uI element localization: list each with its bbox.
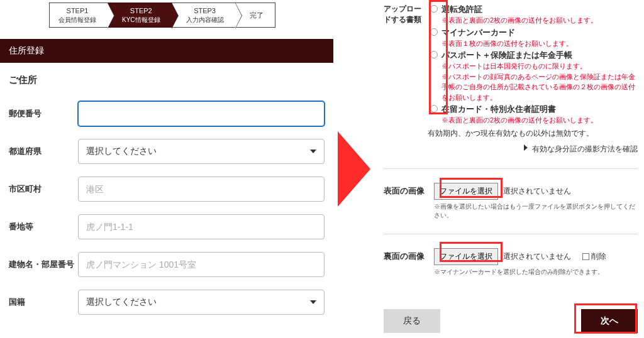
label-building: 建物名・部屋番号 bbox=[9, 259, 78, 270]
doc-left-label: アップロードする書類 bbox=[384, 4, 428, 168]
file-select-front-button[interactable]: ファイルを選択 bbox=[434, 183, 498, 200]
doc-note: ※パスポートの顔写真のあるページの画像と保険証または年金手帳のご自身の住所が記載… bbox=[441, 72, 638, 103]
row-pref: 都道府県 選択してください bbox=[0, 133, 333, 170]
label-pref: 都道府県 bbox=[9, 146, 78, 157]
doc-item-license[interactable]: 運転免許証 ※表面と裏面の2枚の画像の送付をお願いします。 bbox=[428, 4, 638, 26]
shoot-link-text: 有効な身分証の撮影方法を確認 bbox=[532, 144, 638, 153]
doc-item-residence[interactable]: 在留カード・特別永住者証明書 ※表面と裏面の2枚の画像の送付をお願いします。 bbox=[428, 104, 638, 126]
radio-icon bbox=[430, 28, 438, 36]
pref-placeholder: 選択してください bbox=[86, 146, 157, 157]
radio-icon bbox=[430, 51, 438, 58]
city-input[interactable] bbox=[78, 177, 325, 202]
file-note-front: ※画像を選択したい場合はもう一度ファイルを選択ボタンを押してください。 bbox=[434, 202, 638, 220]
checkbox-icon bbox=[582, 253, 589, 260]
delete-checkbox[interactable]: 削除 bbox=[582, 251, 606, 262]
file-select-back-button[interactable]: ファイルを選択 bbox=[434, 248, 498, 265]
step-title: 完了 bbox=[250, 11, 264, 19]
doc-note: ※表面１枚の画像の送付をお願いします。 bbox=[441, 38, 638, 49]
row-building: 建物名・部屋番号 bbox=[0, 246, 333, 283]
back-button[interactable]: 戻る bbox=[384, 309, 440, 333]
stepper: STEP1 会員情報登録 STEP2 KYC情報登録 STEP3 入力内容確認 … bbox=[49, 3, 333, 28]
building-input[interactable] bbox=[78, 252, 325, 277]
upload-back-label: 裏面の画像 bbox=[384, 248, 434, 262]
step-title: STEP3 bbox=[194, 6, 216, 15]
caret-down-icon bbox=[310, 300, 316, 304]
doc-list: 運転免許証 ※表面と裏面の2枚の画像の送付をお願いします。 マイナンバーカード … bbox=[428, 4, 638, 168]
triangle-right-icon bbox=[524, 144, 528, 151]
doc-name: マイナンバーカード bbox=[441, 27, 638, 38]
step-3: STEP3 入力内容確認 bbox=[172, 3, 236, 28]
delete-label: 削除 bbox=[591, 251, 606, 262]
country-placeholder: 選択してください bbox=[86, 297, 157, 308]
doc-name: 運転免許証 bbox=[441, 4, 638, 15]
upload-front-label: 表面の画像 bbox=[384, 183, 434, 197]
section-bar: 住所登録 bbox=[0, 39, 333, 63]
step-sub: 会員情報登録 bbox=[58, 16, 96, 24]
doc-section: アップロードする書類 運転免許証 ※表面と裏面の2枚の画像の送付をお願いします。… bbox=[384, 0, 638, 168]
radio-icon bbox=[430, 105, 438, 112]
section-title: ご住所 bbox=[9, 74, 325, 86]
step-2: STEP2 KYC情報登録 bbox=[108, 3, 172, 28]
radio-icon bbox=[430, 5, 438, 13]
doc-note: ※表面と裏面の2枚の画像の送付をお願いします。 bbox=[441, 15, 638, 26]
doc-item-mynumber[interactable]: マイナンバーカード ※表面１枚の画像の送付をお願いします。 bbox=[428, 27, 638, 49]
row-country: 国籍 選択してください bbox=[0, 283, 333, 321]
row-city: 市区町村 bbox=[0, 170, 333, 208]
label-country: 国籍 bbox=[9, 297, 78, 308]
file-status-front: 選択されていません bbox=[503, 186, 571, 197]
file-status-back: 選択されていません bbox=[503, 251, 571, 262]
next-button[interactable]: 次へ bbox=[581, 309, 638, 333]
validity-text: 有効期内、かつ現在有効なもの以外は無効です。 bbox=[428, 128, 638, 139]
right-pane: アップロードする書類 運転免許証 ※表面と裏面の2枚の画像の送付をお願いします。… bbox=[377, 0, 644, 338]
upload-front: 表面の画像 ファイルを選択 選択されていません ※画像を選択したい場合はもう一度… bbox=[384, 169, 638, 234]
label-city: 市区町村 bbox=[9, 183, 78, 195]
step-sub: KYC情報登録 bbox=[122, 16, 160, 24]
caret-down-icon bbox=[310, 150, 316, 153]
row-street: 番地等 bbox=[0, 208, 333, 246]
doc-note: ※パスポートは日本国発行のものに限ります。 bbox=[441, 61, 638, 72]
doc-name: パスポート＋保険証または年金手帳 bbox=[441, 50, 638, 61]
doc-name: 在留カード・特別永住者証明書 bbox=[441, 104, 638, 115]
big-arrow-icon bbox=[338, 131, 370, 207]
label-street: 番地等 bbox=[9, 221, 78, 232]
step-1: STEP1 会員情報登録 bbox=[49, 3, 108, 28]
file-note-back: ※マイナンバーカードを選択した場合のみ削除ができます。 bbox=[434, 268, 638, 276]
label-postal: 郵便番号 bbox=[9, 108, 78, 119]
pref-select[interactable]: 選択してください bbox=[78, 139, 325, 164]
country-select[interactable]: 選択してください bbox=[78, 290, 325, 315]
doc-note: ※表面と裏面の2枚の画像の送付をお願いします。 bbox=[441, 115, 638, 126]
doc-item-passport[interactable]: パスポート＋保険証または年金手帳 ※パスポートは日本国発行のものに限ります。 ※… bbox=[428, 50, 638, 102]
shoot-link[interactable]: 有効な身分証の撮影方法を確認 bbox=[428, 144, 638, 155]
row-postal: 郵便番号 bbox=[0, 95, 333, 133]
button-row: 戻る 次へ bbox=[384, 309, 638, 333]
left-pane: STEP1 会員情報登録 STEP2 KYC情報登録 STEP3 入力内容確認 … bbox=[0, 0, 333, 338]
postal-input[interactable] bbox=[78, 101, 325, 126]
step-title: STEP1 bbox=[67, 6, 89, 15]
step-title: STEP2 bbox=[130, 6, 152, 15]
upload-back: 裏面の画像 ファイルを選択 選択されていません 削除 ※マイナンバーカードを選択… bbox=[384, 234, 638, 290]
street-input[interactable] bbox=[78, 214, 325, 239]
step-sub: 入力内容確認 bbox=[186, 16, 224, 24]
